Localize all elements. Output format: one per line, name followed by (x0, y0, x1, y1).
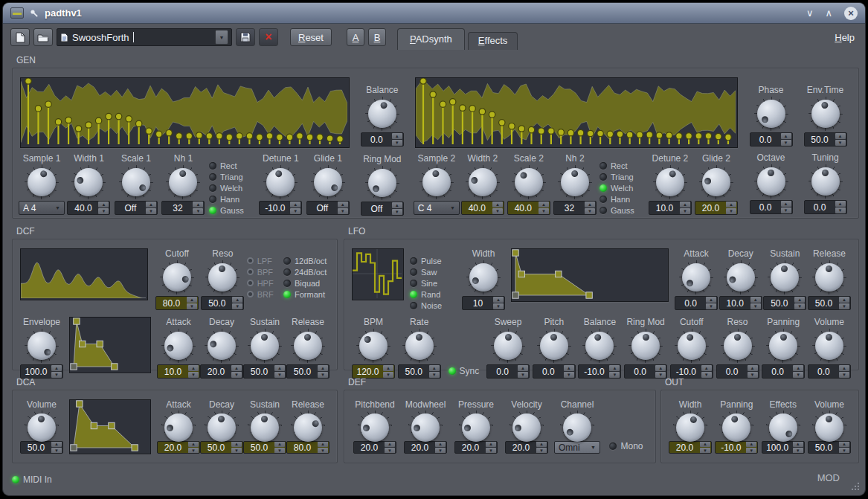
glide-2-knob[interactable] (699, 165, 733, 199)
radio-triang[interactable]: Triang (599, 172, 646, 181)
spin-buttons[interactable]: ▲▼ (274, 365, 285, 378)
spin-buttons[interactable]: ▲▼ (536, 441, 547, 454)
spin-buttons[interactable]: ▲▼ (706, 297, 716, 309)
radio-hpf[interactable]: HPF (247, 278, 281, 288)
unshade-icon[interactable]: ∧ (825, 8, 832, 18)
phase-spinbox[interactable]: 0.0▲▼ (750, 132, 793, 147)
volume-spinbox[interactable]: 50.0▲▼ (808, 441, 851, 454)
spin-buttons[interactable]: ▲▼ (98, 202, 109, 214)
scale-2-knob[interactable] (512, 165, 546, 199)
phase-knob[interactable] (754, 97, 788, 131)
release-spinbox[interactable]: 50.0▲▼ (808, 296, 851, 310)
reso-knob[interactable] (721, 329, 755, 363)
velocity-knob[interactable] (509, 411, 544, 440)
radio-saw[interactable]: Saw (410, 267, 456, 277)
radio-triang[interactable]: Triang (209, 172, 255, 181)
width-1-spinbox[interactable]: 40.0▲▼ (67, 201, 110, 215)
spin-buttons[interactable]: ▲▼ (193, 202, 203, 214)
width-knob[interactable] (466, 260, 501, 294)
panning-knob[interactable] (719, 411, 753, 440)
scale-2-spinbox[interactable]: 40.0▲▼ (507, 201, 550, 215)
sustain-knob[interactable] (248, 329, 282, 363)
sample-2-knob[interactable] (419, 165, 454, 199)
spin-buttons[interactable]: ▲▼ (680, 202, 690, 214)
nh-2-spinbox[interactable]: 32▲▼ (553, 201, 597, 215)
spin-buttons[interactable]: ▲▼ (793, 365, 803, 378)
spin-buttons[interactable]: ▲▼ (835, 201, 846, 213)
spin-buttons[interactable]: ▲▼ (385, 441, 395, 454)
spin-buttons[interactable]: ▲▼ (493, 297, 504, 309)
titlebar[interactable]: padthv1 ∨ ∧ × (3, 3, 865, 24)
spin-buttons[interactable]: ▲▼ (383, 365, 393, 378)
new-preset-button[interactable] (10, 28, 30, 46)
preset-dropdown-button[interactable]: ▼ (215, 30, 228, 45)
spin-buttons[interactable]: ▲▼ (231, 365, 242, 378)
radio-biquad[interactable]: Biquad (283, 278, 329, 288)
mod-label[interactable]: MOD (817, 472, 840, 483)
b-preset-button[interactable]: B (368, 28, 386, 46)
spin-buttons[interactable]: ▲▼ (492, 202, 503, 214)
env-time-knob[interactable] (808, 97, 843, 131)
octave-spinbox[interactable]: 0.0▲▼ (750, 200, 793, 214)
attack-spinbox[interactable]: 20.0▲▼ (157, 441, 200, 454)
spin-buttons[interactable]: ▲▼ (188, 365, 199, 378)
spin-buttons[interactable]: ▲▼ (748, 365, 758, 378)
close-icon[interactable]: × (844, 7, 858, 20)
env-time-spinbox[interactable]: 50.0▲▼ (804, 132, 847, 147)
spin-buttons[interactable]: ▲▼ (839, 441, 849, 454)
balance-spinbox[interactable]: 0.0▲▼ (361, 132, 404, 147)
sustain-spinbox[interactable]: 50.0▲▼ (763, 296, 806, 310)
envelope-knob[interactable] (25, 329, 59, 363)
radio-rect[interactable]: Rect (209, 161, 255, 170)
spin-buttons[interactable]: ▲▼ (231, 441, 242, 454)
detune-1-spinbox[interactable]: -10.0▲▼ (259, 201, 302, 215)
dca-envelope-display[interactable] (69, 399, 151, 454)
radio-hann[interactable]: Hann (209, 194, 255, 204)
spin-buttons[interactable]: ▲▼ (839, 365, 849, 378)
attack-knob[interactable] (679, 260, 713, 294)
glide-2-spinbox[interactable]: 20.0▲▼ (695, 201, 738, 215)
release-knob[interactable] (291, 329, 325, 363)
radio-lpf[interactable]: LPF (247, 256, 281, 265)
spin-buttons[interactable]: ▲▼ (51, 365, 62, 378)
sustain-spinbox[interactable]: 50.0▲▼ (243, 441, 286, 454)
width-knob[interactable] (673, 411, 707, 440)
pitchbend-spinbox[interactable]: 20.0▲▼ (353, 441, 396, 454)
tab-effects[interactable]: Effects (468, 32, 518, 50)
a-preset-button[interactable]: A (347, 28, 364, 46)
lfo-envelope-display[interactable] (511, 248, 669, 302)
nh-1-knob[interactable] (166, 165, 200, 199)
balance-knob[interactable] (365, 97, 399, 131)
attack-knob[interactable] (161, 329, 196, 363)
decay-knob[interactable] (724, 260, 758, 294)
decay-spinbox[interactable]: 10.0▲▼ (719, 296, 762, 310)
attack-spinbox[interactable]: 0.0▲▼ (675, 296, 718, 310)
scale-1-spinbox[interactable]: Off▲▼ (115, 201, 158, 215)
radio-brf[interactable]: BRF (247, 289, 281, 299)
sample-1-knob[interactable] (25, 165, 59, 199)
spin-buttons[interactable]: ▲▼ (794, 297, 805, 309)
radio-formant[interactable]: Formant (283, 289, 329, 299)
spin-buttons[interactable]: ▲▼ (290, 202, 300, 214)
width-spinbox[interactable]: 20.0▲▼ (669, 441, 712, 454)
spin-buttons[interactable]: ▲▼ (274, 441, 285, 454)
sample-2-dropdown[interactable]: C 4▼ (414, 201, 460, 215)
spin-buttons[interactable]: ▲▼ (392, 133, 402, 146)
tuning-spinbox[interactable]: 0.0▲▼ (804, 200, 847, 214)
reset-button[interactable]: Reset (290, 28, 332, 46)
radio-welch[interactable]: Welch (599, 183, 646, 193)
pitch-knob[interactable] (537, 329, 571, 363)
scale-1-knob[interactable] (119, 165, 153, 199)
spin-buttons[interactable]: ▲▼ (839, 297, 849, 309)
radio-rand[interactable]: Rand (410, 289, 456, 299)
spin-buttons[interactable]: ▲▼ (793, 441, 803, 454)
release-knob[interactable] (812, 260, 846, 294)
radio-sine[interactable]: Sine (410, 278, 456, 288)
spin-buttons[interactable]: ▲▼ (655, 365, 666, 378)
spin-buttons[interactable]: ▲▼ (835, 133, 846, 146)
help-link[interactable]: Help (835, 32, 858, 43)
sync-toggle[interactable]: Sync (449, 366, 480, 376)
resize-grip[interactable] (850, 481, 860, 491)
save-preset-button[interactable] (236, 28, 255, 46)
decay-knob[interactable] (205, 411, 239, 440)
